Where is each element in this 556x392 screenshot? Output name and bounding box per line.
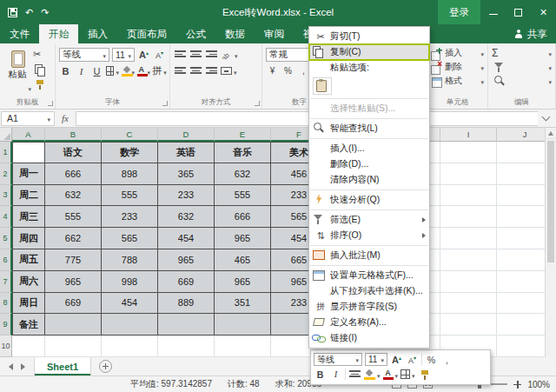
cell-B3[interactable]: 632 bbox=[45, 185, 102, 207]
delete-cells-button[interactable]: 删除 bbox=[431, 60, 484, 74]
cell-C3[interactable]: 555 bbox=[102, 185, 158, 207]
column-header-C[interactable]: C bbox=[102, 128, 158, 142]
cell-I9[interactable] bbox=[440, 314, 497, 336]
sort-filter-button[interactable] bbox=[492, 60, 552, 74]
align-bottom-button[interactable] bbox=[205, 48, 218, 62]
font-name-select[interactable]: 等线 bbox=[59, 48, 109, 62]
cell-I6[interactable] bbox=[440, 249, 497, 271]
cell-A2[interactable]: 周一 bbox=[12, 163, 45, 185]
cell-B10[interactable] bbox=[45, 336, 102, 357]
align-left-button[interactable] bbox=[174, 64, 187, 78]
zoom-level[interactable]: 100% bbox=[527, 380, 550, 389]
cell-E3[interactable]: 555 bbox=[215, 185, 271, 207]
row-header-5[interactable]: 5 bbox=[0, 228, 12, 249]
row-header-4[interactable]: 4 bbox=[0, 206, 12, 228]
menu-item-format-cells[interactable]: 设置单元格格式(F)... bbox=[309, 268, 429, 283]
name-box[interactable]: A1 bbox=[1, 111, 55, 126]
minimize-button[interactable] bbox=[480, 0, 506, 24]
mini-borders-button[interactable] bbox=[400, 368, 415, 381]
menu-item-filter[interactable]: 筛选(E) bbox=[309, 212, 429, 228]
formula-input[interactable] bbox=[76, 111, 538, 126]
italic-button[interactable]: I bbox=[75, 64, 88, 78]
share-button[interactable]: 共享 bbox=[506, 24, 556, 43]
row-header-10[interactable]: 10 bbox=[0, 336, 12, 357]
align-right-button[interactable] bbox=[205, 64, 218, 78]
row-header-9[interactable]: 9 bbox=[0, 314, 12, 336]
mini-percent-button[interactable]: % bbox=[425, 353, 438, 366]
cell-A6[interactable]: 周五 bbox=[12, 249, 45, 271]
column-header-D[interactable]: D bbox=[158, 128, 215, 142]
cell-C8[interactable]: 454 bbox=[102, 293, 158, 315]
cell-E8[interactable]: 351 bbox=[215, 293, 271, 315]
align-center-button[interactable] bbox=[189, 64, 202, 78]
cell-A7[interactable]: 周六 bbox=[12, 271, 45, 293]
fill-color-button[interactable] bbox=[122, 64, 135, 78]
cell-B4[interactable]: 555 bbox=[45, 206, 102, 228]
cell-A8[interactable]: 周日 bbox=[12, 293, 45, 315]
font-dialog-launcher[interactable] bbox=[162, 101, 168, 106]
cell-D6[interactable]: 965 bbox=[158, 249, 215, 271]
vertical-scrollbar[interactable] bbox=[545, 128, 556, 357]
cell-B7[interactable]: 965 bbox=[45, 271, 102, 293]
login-button[interactable]: 登录 bbox=[438, 0, 480, 24]
menu-item-sort[interactable]: 排序(O) bbox=[309, 228, 429, 243]
mini-font-size-select[interactable]: 11 bbox=[365, 353, 387, 366]
cell-C7[interactable]: 998 bbox=[102, 271, 158, 293]
row-header-2[interactable]: 2 bbox=[0, 163, 12, 185]
cell-A9[interactable]: 备注 bbox=[12, 314, 45, 336]
scroll-up-button[interactable] bbox=[546, 128, 556, 139]
format-painter-button[interactable] bbox=[33, 78, 47, 90]
cell-E2[interactable]: 632 bbox=[215, 163, 271, 185]
tab-insert[interactable]: 插入 bbox=[78, 24, 117, 43]
cell-B1[interactable]: 语文 bbox=[45, 142, 102, 163]
cell-I2[interactable] bbox=[440, 163, 497, 185]
row-header-7[interactable]: 7 bbox=[0, 271, 12, 293]
cell-D4[interactable]: 632 bbox=[158, 206, 215, 228]
cell-D5[interactable]: 454 bbox=[158, 228, 215, 249]
row-header-6[interactable]: 6 bbox=[0, 249, 12, 271]
tab-review[interactable]: 审阅 bbox=[255, 24, 294, 43]
cell-B6[interactable]: 775 bbox=[45, 249, 102, 271]
menu-item-define-name[interactable]: 定义名称(A)... bbox=[309, 315, 429, 330]
phonetic-button[interactable]: 拼 bbox=[153, 64, 166, 78]
cell-B9[interactable] bbox=[45, 314, 102, 336]
menu-item-link[interactable]: 链接(I) bbox=[309, 330, 429, 346]
formula-bar-expand-icon[interactable] bbox=[542, 113, 551, 122]
cell-C9[interactable] bbox=[102, 314, 158, 336]
menu-item-paste-keep-source[interactable] bbox=[309, 76, 429, 96]
cell-C5[interactable]: 565 bbox=[102, 228, 158, 249]
menu-item-quick-analysis[interactable]: 快速分析(Q) bbox=[309, 192, 429, 208]
insert-function-button[interactable]: fx bbox=[55, 113, 76, 123]
align-top-button[interactable] bbox=[174, 48, 187, 62]
mini-decrease-font-button[interactable] bbox=[406, 353, 419, 366]
column-header-B[interactable]: B bbox=[45, 128, 102, 142]
cell-E9[interactable] bbox=[215, 314, 271, 336]
restore-button[interactable] bbox=[506, 0, 531, 24]
tab-home[interactable]: 开始 bbox=[39, 24, 78, 43]
format-cells-button[interactable]: 格式 bbox=[431, 74, 484, 88]
new-sheet-button[interactable] bbox=[99, 360, 112, 373]
increase-font-button[interactable] bbox=[137, 48, 150, 62]
menu-item-delete[interactable]: 删除(D)... bbox=[309, 156, 429, 172]
mini-bold-button[interactable]: B bbox=[314, 368, 327, 381]
cell-I5[interactable] bbox=[440, 228, 497, 249]
select-all-corner[interactable] bbox=[0, 128, 12, 142]
font-color-button[interactable] bbox=[137, 64, 150, 78]
zoom-in-button[interactable] bbox=[513, 381, 521, 389]
cell-E10[interactable] bbox=[215, 336, 271, 357]
percent-button[interactable]: % bbox=[281, 64, 295, 78]
undo-icon[interactable]: ↶ bbox=[25, 8, 33, 17]
mini-font-name-select[interactable]: 等线 bbox=[314, 353, 362, 366]
menu-item-insert-comment[interactable]: 插入批注(M) bbox=[309, 248, 429, 263]
decrease-font-button[interactable] bbox=[153, 48, 166, 62]
cell-C4[interactable]: 233 bbox=[102, 206, 158, 228]
cell-E5[interactable]: 965 bbox=[215, 228, 271, 249]
cut-button[interactable] bbox=[33, 49, 49, 61]
currency-button[interactable]: ¥ bbox=[266, 64, 279, 78]
mini-italic-button[interactable]: I bbox=[329, 368, 342, 381]
column-header-I[interactable]: I bbox=[440, 128, 497, 142]
cell-A5[interactable]: 周四 bbox=[12, 228, 45, 249]
cell-D2[interactable]: 365 bbox=[158, 163, 215, 185]
scrollbar-thumb[interactable] bbox=[547, 141, 554, 262]
menu-item-smart-lookup[interactable]: 智能查找(L) bbox=[309, 121, 429, 136]
